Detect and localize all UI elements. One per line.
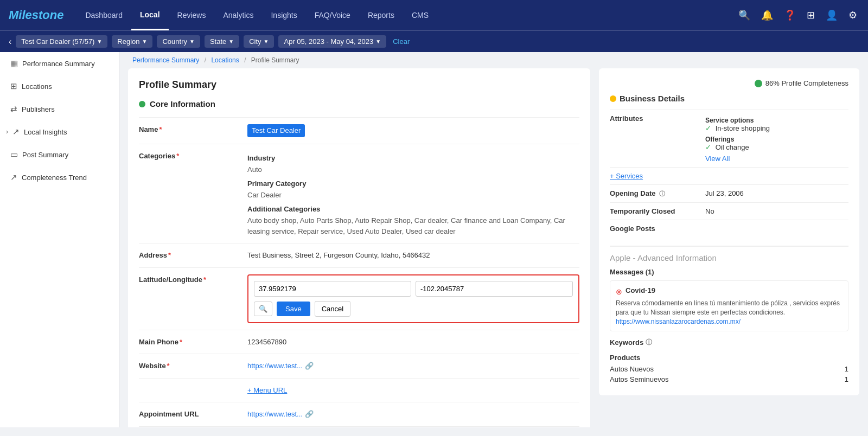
opening-date-label: Opening Date ⓘ — [610, 189, 697, 198]
google-posts-value — [705, 225, 848, 233]
clear-filters-button[interactable]: Clear — [393, 37, 410, 46]
top-navigation: Milestone Dashboard Local Reviews Analyt… — [0, 0, 868, 30]
primary-category-value: Car Dealer — [247, 190, 579, 201]
page-title: Profile Summary — [139, 79, 579, 91]
address-row: Address* Test Business, Street 2, Furges… — [139, 243, 579, 267]
nav-insights[interactable]: Insights — [262, 0, 305, 30]
nav-dashboard[interactable]: Dashboard — [76, 0, 131, 30]
nav-cms[interactable]: CMS — [403, 0, 437, 30]
product-count-1: 1 — [845, 365, 848, 373]
in-store-shopping-label: In-store shopping — [716, 124, 770, 132]
view-all-link[interactable]: View All — [705, 155, 730, 163]
google-posts-row: Google Posts — [610, 220, 848, 237]
products-title: Products — [610, 354, 848, 362]
right-panel: 86% Profile Completeness Business Detail… — [599, 68, 859, 427]
breadcrumb-current: Profile Summary — [251, 56, 299, 64]
sidebar-item-performance-summary[interactable]: ▦ Performance Summary — [0, 52, 119, 75]
sidebar-item-label: Post Summary — [22, 151, 68, 159]
latlong-value: 🔍 Save Cancel — [247, 274, 579, 323]
back-button[interactable]: ‹ — [9, 37, 11, 47]
city-filter[interactable]: City ▼ — [244, 35, 274, 48]
temporarily-closed-label: Temporarily Closed — [610, 207, 697, 215]
breadcrumb-locations[interactable]: Locations — [211, 56, 239, 64]
sidebar-item-label: Locations — [22, 82, 52, 91]
longitude-input[interactable] — [416, 281, 573, 297]
keywords-info-icon: ⓘ — [646, 338, 652, 347]
latlong-actions: 🔍 Save Cancel — [254, 301, 573, 317]
address-label: Address* — [139, 250, 247, 259]
business-details-title: Business Details — [620, 94, 685, 103]
dealer-filter[interactable]: Test Car Dealer (57/57) ▼ — [16, 35, 107, 48]
add-menu-url-link[interactable]: + Menu URL — [247, 386, 287, 394]
nav-local[interactable]: Local — [131, 0, 169, 30]
industry-label: Industry — [247, 153, 579, 164]
message-title: Covid-19 — [626, 286, 655, 294]
message-link[interactable]: https://www.nissanlazarocardenas.com.mx/ — [616, 318, 741, 325]
latlong-save-button[interactable]: Save — [277, 302, 310, 316]
appointment-url-link[interactable]: https://www.test... 🔗 — [247, 409, 579, 420]
apps-icon[interactable]: ⊞ — [805, 7, 817, 23]
add-services-link[interactable]: + Services — [610, 172, 643, 180]
required-marker: * — [167, 362, 170, 370]
performance-summary-icon: ▦ — [10, 59, 18, 68]
business-details-card: 86% Profile Completeness Business Detail… — [599, 68, 859, 395]
apple-section-title: Apple - Advanced Information — [610, 253, 848, 262]
latlong-box: 🔍 Save Cancel — [247, 274, 579, 323]
required-marker: * — [176, 152, 179, 160]
latitude-input[interactable] — [254, 281, 411, 297]
nav-faqvoice[interactable]: FAQ/Voice — [306, 0, 359, 30]
date-range-filter[interactable]: Apr 05, 2023 - May 04, 2023 ▼ — [278, 35, 386, 48]
notification-icon[interactable]: 🔔 — [759, 7, 775, 23]
main-content: Performance Summary / Locations / Profil… — [119, 52, 868, 427]
sidebar-item-post-summary[interactable]: ▭ Post Summary — [0, 143, 119, 166]
breadcrumb-performance-summary[interactable]: Performance Summary — [132, 56, 199, 64]
website-link[interactable]: https://www.test... 🔗 — [247, 361, 579, 371]
dropdown-arrow: ▼ — [142, 39, 148, 44]
nav-reviews[interactable]: Reviews — [169, 0, 215, 30]
core-info-title: Core Information — [150, 99, 215, 108]
sidebar-item-completeness-trend[interactable]: ↗ Completeness Trend — [0, 166, 119, 189]
latlong-search-button[interactable]: 🔍 — [254, 302, 272, 316]
appointment-url-value: https://www.test... 🔗 — [247, 409, 579, 420]
user-icon[interactable]: 👤 — [824, 7, 840, 23]
apple-message-box: ⊗ Covid-19 Reserva cómodamente en línea … — [610, 280, 848, 331]
core-info-status-dot — [139, 101, 145, 107]
attributes-row: Attributes Service options ✓ In-store sh… — [610, 110, 848, 167]
name-row: Name* Test Car Dealer — [139, 117, 579, 144]
opening-date-row: Opening Date ⓘ Jul 23, 2006 — [610, 184, 848, 202]
search-icon[interactable]: 🔍 — [736, 7, 752, 23]
sidebar-item-local-insights[interactable]: › ↗ Local Insights — [0, 120, 119, 143]
product-row-2: Autos Seminuevos 1 — [610, 374, 848, 384]
keywords-title: Keywords ⓘ — [610, 338, 848, 347]
external-link-icon: 🔗 — [305, 409, 314, 420]
name-badge: Test Car Dealer — [247, 124, 305, 137]
post-summary-icon: ▭ — [10, 150, 18, 159]
profile-completeness: 86% Profile Completeness — [610, 79, 848, 87]
dropdown-arrow: ▼ — [189, 39, 195, 44]
sidebar-item-publishers[interactable]: ⇄ Publishers — [0, 98, 119, 120]
main-phone-label: Main Phone* — [139, 337, 247, 346]
categories-value: Industry Auto Primary Category Car Deale… — [247, 151, 579, 237]
additional-categories-value: Auto body shop, Auto Parts Shop, Auto Re… — [247, 215, 579, 236]
sidebar-item-locations[interactable]: ⊞ Locations — [0, 75, 119, 98]
offerings-label: Offerings — [705, 136, 848, 143]
nav-analytics[interactable]: Analytics — [214, 0, 262, 30]
filter-bar: ‹ Test Car Dealer (57/57) ▼ Region ▼ Cou… — [0, 30, 868, 52]
dropdown-arrow: ▼ — [375, 39, 381, 44]
state-filter[interactable]: State ▼ — [205, 35, 239, 48]
apple-section: Apple - Advanced Information Messages (1… — [610, 246, 848, 331]
name-label: Name* — [139, 124, 247, 133]
region-filter[interactable]: Region ▼ — [112, 35, 152, 48]
country-filter[interactable]: Country ▼ — [157, 35, 200, 48]
brand-logo: Milestone — [9, 8, 63, 22]
nav-reports[interactable]: Reports — [359, 0, 403, 30]
latlong-cancel-button[interactable]: Cancel — [315, 301, 350, 317]
attributes-value: Service options ✓ In-store shopping Offe… — [705, 114, 848, 163]
settings-icon[interactable]: ⚙ — [846, 7, 859, 23]
opening-date-value: Jul 23, 2006 — [705, 189, 848, 198]
help-icon[interactable]: ❓ — [782, 7, 798, 23]
product-count-2: 1 — [845, 375, 848, 383]
latlong-label: Latitude/Longitude* — [139, 274, 247, 284]
expand-arrow-icon: › — [6, 128, 8, 136]
local-insights-icon: ↗ — [12, 127, 20, 137]
